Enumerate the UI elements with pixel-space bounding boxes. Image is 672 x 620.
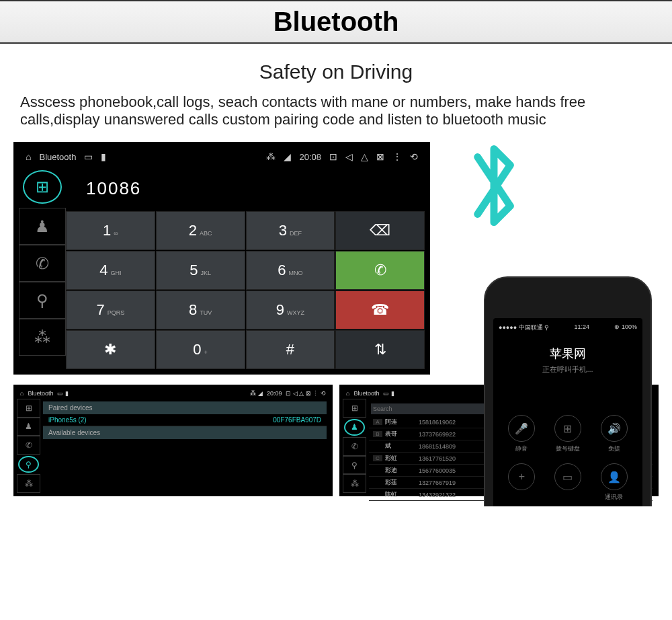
- key-7[interactable]: 7PQRS: [66, 290, 155, 330]
- tab-bluetooth[interactable]: ⁂: [343, 474, 366, 493]
- page-title: Bluetooth: [0, 0, 672, 44]
- keypad-button[interactable]: ⊞拨号键盘: [554, 415, 581, 453]
- key-star[interactable]: ✱: [66, 330, 155, 369]
- contacts-button[interactable]: 👤通讯录: [601, 463, 628, 502]
- menu-icon[interactable]: ⋮: [392, 151, 402, 162]
- call-status: 正在呼叫手机...: [499, 364, 637, 375]
- tab-dialpad[interactable]: ⊞: [23, 170, 62, 204]
- key-call[interactable]: ✆: [335, 251, 425, 290]
- key-9[interactable]: 9WXYZ: [246, 290, 335, 330]
- tab-calllog[interactable]: ✆: [19, 245, 66, 282]
- key-1[interactable]: 1∞: [66, 211, 155, 250]
- home-icon[interactable]: ⌂: [346, 390, 349, 397]
- volume-icon[interactable]: ◁: [345, 151, 353, 162]
- key-4[interactable]: 4GHI: [66, 251, 155, 290]
- status-bar: ⌂ Bluetooth ▭ ▮ ⁂ ◢ 20:08 ⊡ ◁ △ ⊠ ⋮ ⟲: [19, 147, 425, 166]
- tab-bluetooth[interactable]: ⁂: [17, 474, 40, 493]
- home-icon[interactable]: ⌂: [26, 151, 31, 162]
- key-3[interactable]: 3DEF: [246, 211, 335, 250]
- key-hangup[interactable]: ☎: [335, 290, 425, 330]
- back-icon[interactable]: ⟲: [410, 151, 418, 162]
- tab-bluetooth[interactable]: ⁂: [19, 319, 66, 356]
- paired-device-row[interactable]: iPhone5s (2) 00F76FBA907D: [43, 414, 327, 426]
- app-name: Bluetooth: [39, 152, 76, 162]
- tab-contacts[interactable]: ♟: [17, 418, 40, 436]
- card-icon: ▭: [84, 151, 93, 162]
- caller-name: 苹果网: [499, 346, 637, 362]
- phone-status-bar: ●●●●● 中国联通 ⚲11:24⊕ 100%: [499, 323, 637, 332]
- add-call-button[interactable]: +: [508, 463, 535, 502]
- number-display: 10086: [66, 166, 425, 211]
- close-icon[interactable]: ⊠: [376, 151, 384, 162]
- key-6[interactable]: 6MNO: [246, 251, 335, 290]
- subtitle: Safety on Driving: [0, 44, 672, 93]
- bluetooth-logo-icon: [450, 128, 538, 261]
- key-backspace[interactable]: ⌫: [335, 211, 425, 250]
- side-tabs: ⊞ ♟ ✆ ⚲ ⁂: [19, 166, 66, 369]
- tab-search[interactable]: ⚲: [19, 282, 66, 319]
- speaker-button[interactable]: 🔊免提: [601, 415, 628, 453]
- bt-icon: ⁂: [266, 151, 276, 162]
- sd-icon: ▮: [101, 151, 106, 162]
- available-header: Available devices: [43, 426, 327, 439]
- key-hash[interactable]: #: [246, 330, 335, 369]
- mute-button[interactable]: 🎤静音: [508, 415, 535, 453]
- tab-contacts[interactable]: ♟: [19, 208, 66, 245]
- tab-dialpad[interactable]: ⊞: [343, 399, 366, 418]
- tab-calllog[interactable]: ✆: [17, 436, 40, 455]
- home-icon[interactable]: ⌂: [20, 390, 24, 397]
- key-2[interactable]: 2ABC: [156, 211, 245, 250]
- camera-icon[interactable]: ⊡: [329, 151, 337, 162]
- tab-contacts[interactable]: ♟: [344, 419, 365, 436]
- tab-dialpad[interactable]: ⊞: [17, 399, 40, 418]
- signal-icon: ◢: [284, 151, 291, 162]
- dialer-screen: ⌂ Bluetooth ▭ ▮ ⁂ ◢ 20:08 ⊡ ◁ △ ⊠ ⋮ ⟲ ⊞ …: [13, 142, 430, 375]
- key-8[interactable]: 8TUV: [156, 290, 245, 330]
- keypad: 1∞ 2ABC 3DEF ⌫ 4GHI 5JKL 6MNO ✆ 7PQRS 8T…: [66, 211, 425, 369]
- facetime-button[interactable]: ▭: [554, 463, 581, 502]
- key-0[interactable]: 0+: [156, 330, 245, 369]
- description-text: Asscess phonebook,call logs, seach conta…: [0, 93, 672, 142]
- paired-header: Paired devices: [43, 401, 327, 414]
- key-transfer[interactable]: ⇅: [335, 330, 425, 369]
- tab-search[interactable]: ⚲: [18, 456, 39, 473]
- eject-icon[interactable]: △: [361, 151, 368, 162]
- tab-calllog[interactable]: ✆: [343, 437, 366, 456]
- key-5[interactable]: 5JKL: [156, 251, 245, 290]
- tab-search[interactable]: ⚲: [343, 456, 366, 475]
- clock: 20:08: [299, 152, 321, 162]
- paired-devices-screen: ⌂ Bluetooth ▭ ▮ ⁂ ◢20:09 ⊡ ◁ △ ⊠ ⋮ ⟲ ⊞ ♟…: [13, 385, 333, 496]
- phone-mockup: ●●●●● 中国联通 ⚲11:24⊕ 100% 苹果网 正在呼叫手机... 🎤静…: [484, 276, 652, 506]
